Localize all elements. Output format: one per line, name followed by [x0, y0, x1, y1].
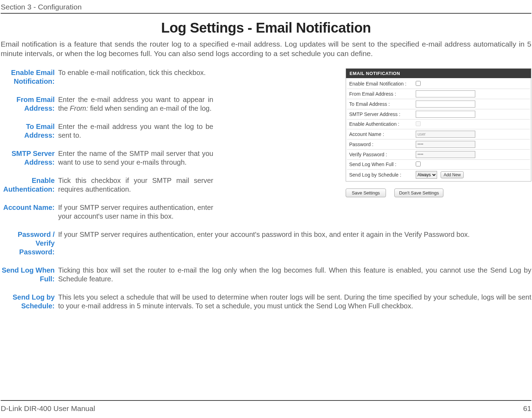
input-password[interactable] — [416, 141, 475, 148]
field-label-password: Password : — [349, 142, 416, 147]
def-label-sendfull: Send Log When Full: — [1, 266, 57, 283]
def-label-enable-auth: Enable Authentication: — [1, 176, 57, 194]
intro-paragraph: Email notification is a feature that sen… — [1, 39, 531, 59]
dont-save-settings-button[interactable]: Don't Save Settings — [394, 189, 443, 197]
def-value-account: If your SMTP server requires authenticat… — [57, 203, 213, 221]
input-account[interactable] — [416, 131, 475, 138]
from-em: From: — [70, 104, 88, 112]
def-value-enable-auth: Tick this checkbox if your SMTP mail ser… — [57, 176, 213, 194]
def-value-smtp: Enter the name of the SMTP mail server t… — [57, 149, 213, 167]
panel-title: EMAIL NOTIFICATION — [346, 69, 531, 78]
footer-page-number: 61 — [523, 404, 531, 413]
field-label-from-email: From Email Address : — [349, 91, 416, 97]
def-label-password: Password / Verify Password: — [1, 230, 57, 256]
input-verify-password[interactable] — [416, 151, 475, 158]
section-header: Section 3 - Configuration — [1, 0, 531, 14]
field-label-sendsched: Send Log by Schedule : — [349, 172, 416, 178]
field-label-enable-email: Enable Email Notification : — [349, 81, 416, 87]
checkbox-enable-auth[interactable] — [416, 121, 421, 126]
def-label-from-email: From Email Address: — [1, 95, 57, 113]
def-label-enable-email: Enable Email Notification: — [1, 68, 57, 86]
def-label-smtp: SMTP Server Address: — [1, 149, 57, 167]
field-label-sendfull: Send Log When Full : — [349, 162, 416, 167]
page-title: Log Settings - Email Notification — [0, 20, 532, 36]
footer-manual-name: D-Link DIR-400 User Manual — [1, 404, 95, 413]
from-post: field when sending an e-mail of the log. — [88, 104, 212, 112]
input-to-email[interactable] — [416, 101, 475, 108]
checkbox-enable-email[interactable] — [416, 81, 421, 86]
def-label-sendsched: Send Log by Schedule: — [1, 293, 57, 310]
save-settings-button[interactable]: Save Settings — [346, 189, 386, 197]
checkbox-send-full[interactable] — [416, 162, 421, 166]
input-smtp[interactable] — [416, 111, 475, 118]
select-schedule[interactable]: Always — [416, 171, 437, 179]
def-value-from-email: Enter the e-mail address you want to app… — [57, 95, 213, 113]
def-value-to-email: Enter the e-mail address you want the lo… — [57, 122, 213, 140]
field-label-account: Account Name : — [349, 131, 416, 137]
field-label-smtp: SMTP Server Address : — [349, 111, 416, 117]
def-value-sendfull: Ticking this box will set the router to … — [57, 266, 531, 283]
def-label-to-email: To Email Address: — [1, 122, 57, 140]
def-value-password: If your SMTP server requires authenticat… — [57, 230, 531, 256]
field-label-to-email: To Email Address : — [349, 101, 416, 107]
config-screenshot: EMAIL NOTIFICATION Enable Email Notifica… — [346, 68, 531, 230]
field-label-enable-auth: Enable Authentication : — [349, 121, 416, 127]
def-value-enable-email: To enable e-mail notification, tick this… — [57, 68, 213, 86]
def-value-sendsched: This lets you select a schedule that wil… — [57, 293, 531, 310]
add-new-button[interactable]: Add New — [441, 171, 464, 178]
def-label-account: Account Name: — [1, 203, 57, 221]
input-from-email[interactable] — [416, 90, 475, 97]
field-label-verify: Verify Password : — [349, 152, 416, 157]
